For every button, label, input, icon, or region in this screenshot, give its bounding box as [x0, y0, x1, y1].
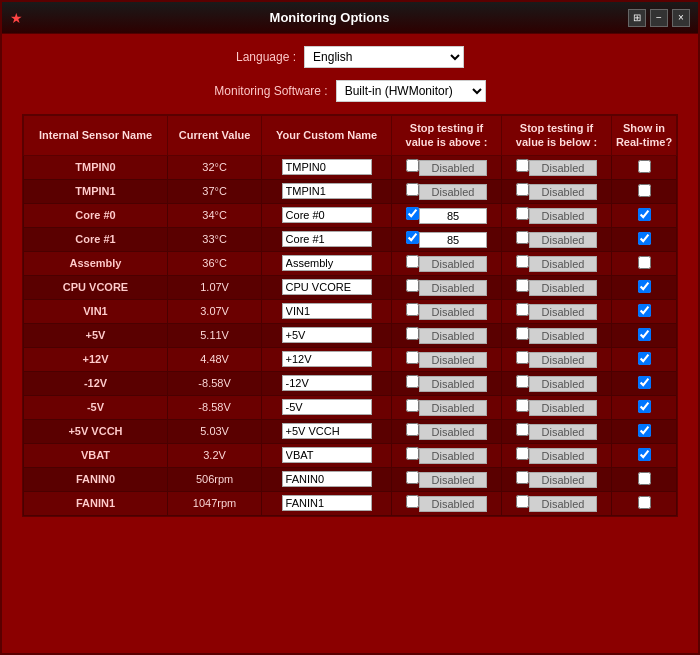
show-realtime-checkbox[interactable] [638, 424, 651, 437]
show-realtime-checkbox[interactable] [638, 280, 651, 293]
stop-below-checkbox[interactable] [516, 375, 529, 388]
stop-above-cell: Disabled [392, 347, 502, 371]
show-realtime-checkbox[interactable] [638, 256, 651, 269]
stop-above-checkbox[interactable] [406, 375, 419, 388]
header-stop-above: Stop testing if value is above : [392, 116, 502, 156]
monitoring-software-label: Monitoring Software : [214, 84, 327, 98]
stop-above-checkbox[interactable] [406, 159, 419, 172]
stop-below-cell: Disabled [502, 371, 612, 395]
custom-name-input[interactable] [282, 255, 372, 271]
show-realtime-checkbox[interactable] [638, 448, 651, 461]
stop-below-checkbox[interactable] [516, 183, 529, 196]
show-realtime-checkbox[interactable] [638, 328, 651, 341]
stop-above-checkbox[interactable] [406, 423, 419, 436]
stop-below-value: Disabled [529, 472, 597, 488]
custom-name-cell [262, 347, 392, 371]
stop-above-checkbox[interactable] [406, 495, 419, 508]
show-realtime-checkbox[interactable] [638, 208, 651, 221]
custom-name-input[interactable] [282, 495, 372, 511]
stop-below-checkbox[interactable] [516, 207, 529, 220]
stop-below-value: Disabled [529, 280, 597, 296]
stop-above-checkbox[interactable] [406, 303, 419, 316]
custom-name-input[interactable] [282, 303, 372, 319]
stop-below-checkbox[interactable] [516, 447, 529, 460]
custom-name-input[interactable] [282, 399, 372, 415]
custom-name-input[interactable] [282, 375, 372, 391]
stop-above-value: 85 [419, 208, 487, 224]
window-controls: ⊞ − × [628, 9, 690, 27]
show-realtime-checkbox[interactable] [638, 160, 651, 173]
custom-name-input[interactable] [282, 183, 372, 199]
stop-above-checkbox[interactable] [406, 231, 419, 244]
custom-name-input[interactable] [282, 471, 372, 487]
custom-name-cell [262, 419, 392, 443]
stop-below-checkbox[interactable] [516, 495, 529, 508]
show-realtime-checkbox[interactable] [638, 304, 651, 317]
show-realtime-checkbox[interactable] [638, 400, 651, 413]
stop-above-value: 85 [419, 232, 487, 248]
stop-below-value: Disabled [529, 232, 597, 248]
stop-below-checkbox[interactable] [516, 279, 529, 292]
header-current-value: Current Value [168, 116, 262, 156]
current-value-cell: 506rpm [168, 467, 262, 491]
stop-below-checkbox[interactable] [516, 303, 529, 316]
sensor-name-cell: -5V [24, 395, 168, 419]
stop-above-value: Disabled [419, 184, 487, 200]
language-select[interactable]: EnglishFrenchGermanSpanish [304, 46, 464, 68]
stop-above-cell: Disabled [392, 275, 502, 299]
custom-name-input[interactable] [282, 207, 372, 223]
stop-below-checkbox[interactable] [516, 159, 529, 172]
close-button[interactable]: × [672, 9, 690, 27]
stop-below-cell: Disabled [502, 419, 612, 443]
stop-above-checkbox[interactable] [406, 447, 419, 460]
stop-below-checkbox[interactable] [516, 231, 529, 244]
show-realtime-checkbox[interactable] [638, 376, 651, 389]
stop-below-checkbox[interactable] [516, 255, 529, 268]
custom-name-input[interactable] [282, 159, 372, 175]
show-realtime-cell [612, 155, 677, 179]
sensor-name-cell: Core #1 [24, 227, 168, 251]
show-realtime-checkbox[interactable] [638, 352, 651, 365]
show-realtime-cell [612, 251, 677, 275]
show-realtime-checkbox[interactable] [638, 496, 651, 509]
stop-below-checkbox[interactable] [516, 327, 529, 340]
show-realtime-checkbox[interactable] [638, 472, 651, 485]
stop-above-cell: Disabled [392, 299, 502, 323]
show-realtime-cell [612, 443, 677, 467]
table-row: TMPIN032°CDisabledDisabled [24, 155, 677, 179]
sensor-name-cell: CPU VCORE [24, 275, 168, 299]
custom-name-input[interactable] [282, 447, 372, 463]
stop-above-checkbox[interactable] [406, 279, 419, 292]
stop-above-checkbox[interactable] [406, 399, 419, 412]
current-value-cell: 3.2V [168, 443, 262, 467]
show-realtime-checkbox[interactable] [638, 184, 651, 197]
custom-name-input[interactable] [282, 327, 372, 343]
current-value-cell: 32°C [168, 155, 262, 179]
sensor-name-cell: +5V [24, 323, 168, 347]
stop-above-checkbox[interactable] [406, 183, 419, 196]
custom-name-cell [262, 275, 392, 299]
stop-below-cell: Disabled [502, 155, 612, 179]
stop-below-checkbox[interactable] [516, 471, 529, 484]
minimize-button[interactable]: − [650, 9, 668, 27]
stop-above-checkbox[interactable] [406, 207, 419, 220]
stop-below-checkbox[interactable] [516, 351, 529, 364]
custom-name-input[interactable] [282, 351, 372, 367]
custom-name-input[interactable] [282, 231, 372, 247]
stop-above-cell: Disabled [392, 155, 502, 179]
stop-above-checkbox[interactable] [406, 471, 419, 484]
stop-above-checkbox[interactable] [406, 351, 419, 364]
stop-below-checkbox[interactable] [516, 423, 529, 436]
monitoring-software-select[interactable]: Built-in (HWMonitor)HWiNFOAIDA64 [336, 80, 486, 102]
sensor-name-cell: FANIN1 [24, 491, 168, 515]
stop-below-cell: Disabled [502, 179, 612, 203]
custom-name-input[interactable] [282, 279, 372, 295]
show-realtime-checkbox[interactable] [638, 232, 651, 245]
stop-below-checkbox[interactable] [516, 399, 529, 412]
resize-button[interactable]: ⊞ [628, 9, 646, 27]
current-value-cell: 1.07V [168, 275, 262, 299]
stop-above-checkbox[interactable] [406, 255, 419, 268]
stop-below-cell: Disabled [502, 467, 612, 491]
stop-above-checkbox[interactable] [406, 327, 419, 340]
custom-name-input[interactable] [282, 423, 372, 439]
